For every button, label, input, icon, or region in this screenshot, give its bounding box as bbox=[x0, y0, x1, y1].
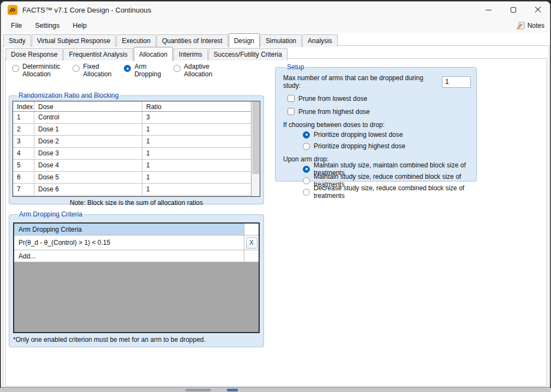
cell-dose[interactable]: Dose 3 bbox=[34, 148, 142, 159]
menu: FileSettingsHelp bbox=[4, 19, 93, 32]
radio-icon bbox=[173, 65, 181, 72]
choose-radio-option[interactable]: Prioritize dropping lowest dose bbox=[303, 129, 471, 140]
cell-index: 3 bbox=[13, 136, 34, 147]
allocation-mode-option[interactable]: Arm Dropping bbox=[124, 63, 161, 79]
cell-ratio[interactable]: 1 bbox=[142, 124, 251, 135]
primary-tab[interactable]: Execution bbox=[116, 34, 156, 47]
primary-tab[interactable]: Quantities of Interest bbox=[157, 34, 228, 47]
desktop-edge bbox=[0, 388, 551, 392]
remove-criterion-button[interactable]: X bbox=[246, 237, 257, 249]
randomization-row: 1 Control 3 bbox=[13, 112, 251, 124]
mode-label-line1: Adaptive bbox=[184, 63, 209, 70]
cell-dose[interactable]: Dose 2 bbox=[34, 136, 142, 147]
criteria-footnote: *Only one enabled criterion must be met … bbox=[13, 336, 260, 343]
mode-label-line1: Fixed bbox=[83, 63, 99, 70]
criteria-empty-area bbox=[14, 262, 259, 332]
maximize-button[interactable] bbox=[501, 2, 525, 18]
title-bar: FACTS™ v7.1 Core Design - Continuous bbox=[1, 2, 550, 18]
minimize-button[interactable] bbox=[476, 2, 501, 18]
primary-tab[interactable]: Study bbox=[3, 34, 31, 47]
cell-ratio[interactable]: 1 bbox=[142, 136, 251, 147]
taskbar-blob bbox=[227, 389, 238, 391]
allocation-mode-option[interactable]: Adaptive Allocation bbox=[173, 63, 212, 79]
notes-button[interactable]: Notes bbox=[517, 21, 544, 29]
cell-dose[interactable]: Control bbox=[34, 112, 142, 123]
prune-option-label: Prune from lowest dose bbox=[298, 95, 367, 102]
window-controls bbox=[476, 2, 550, 18]
randomization-row: 4 Dose 3 1 bbox=[13, 148, 251, 160]
taskbar-blob bbox=[185, 389, 211, 391]
criterion-row: Pr(θ_d - θ_(Control) > 1) < 0.15 X bbox=[14, 236, 259, 250]
cell-dose[interactable]: Dose 4 bbox=[34, 160, 142, 171]
secondary-tab[interactable]: Dose Response bbox=[5, 48, 63, 61]
window-title: FACTS™ v7.1 Core Design - Continuous bbox=[22, 6, 151, 14]
max-arms-row: Max number of arms that can be dropped d… bbox=[283, 74, 471, 89]
add-criterion-row: Add... bbox=[14, 250, 259, 262]
primary-tab[interactable]: Design bbox=[229, 33, 260, 47]
secondary-tab[interactable]: Frequentist Analysis bbox=[63, 48, 133, 61]
column-header-dose: Dose bbox=[34, 101, 142, 111]
column-header-index: Index bbox=[13, 101, 34, 111]
choose-radio-option[interactable]: Prioritize dropping highest dose bbox=[303, 141, 471, 152]
notes-icon bbox=[517, 21, 525, 29]
primary-tab[interactable]: Simulation bbox=[260, 34, 302, 47]
choose-option-label: Prioritize dropping highest dose bbox=[314, 142, 405, 150]
maximize-icon bbox=[511, 7, 516, 13]
radio-icon bbox=[73, 65, 80, 72]
menu-item[interactable]: Settings bbox=[28, 19, 66, 32]
minimize-icon bbox=[486, 10, 492, 10]
randomization-row: 5 Dose 4 1 bbox=[13, 160, 251, 172]
allocation-content: Deterministic Allocation Fixed Allocatio… bbox=[5, 59, 547, 386]
app-window: FACTS™ v7.1 Core Design - Continuous Fil… bbox=[1, 1, 550, 388]
mode-label-line1: Arm bbox=[134, 63, 146, 70]
upon-radio-option[interactable]: Decrease study size, reduce combined blo… bbox=[303, 186, 471, 197]
cell-dose[interactable]: Dose 6 bbox=[34, 184, 142, 195]
menu-item[interactable]: Help bbox=[66, 19, 93, 32]
cell-dose[interactable]: Dose 5 bbox=[34, 172, 142, 183]
secondary-tab[interactable]: Success/Futility Criteria bbox=[208, 48, 288, 61]
primary-tab[interactable]: Analysis bbox=[302, 34, 338, 47]
cell-ratio[interactable]: 1 bbox=[142, 172, 251, 183]
criterion-remove-cell: X bbox=[244, 236, 259, 250]
scrollbar-thumb[interactable] bbox=[253, 102, 259, 174]
allocation-mode-option[interactable]: Fixed Allocation bbox=[73, 63, 111, 79]
radio-icon bbox=[124, 65, 131, 72]
block-size-note: Note: Block size is the sum of allocatio… bbox=[13, 199, 260, 207]
secondary-tab[interactable]: Allocation bbox=[134, 47, 173, 61]
arm-dropping-group: Arm Dropping Criteria Arm Dropping Crite… bbox=[9, 210, 264, 347]
menu-item[interactable]: File bbox=[4, 19, 28, 32]
primary-tab[interactable]: Virtual Subject Response bbox=[32, 34, 116, 47]
criterion-cell[interactable]: Pr(θ_d - θ_(Control) > 1) < 0.15 bbox=[14, 236, 244, 250]
prune-checkbox-option[interactable]: Prune from highest dose bbox=[288, 106, 471, 117]
cell-ratio[interactable]: 1 bbox=[142, 160, 251, 171]
criteria-table-header: Arm Dropping Criteria bbox=[14, 224, 259, 236]
setup-group: Setup Max number of arms that can be dro… bbox=[275, 63, 477, 182]
allocation-mode-option[interactable]: Deterministic Allocation bbox=[12, 63, 60, 79]
radio-icon bbox=[12, 65, 19, 72]
notes-label: Notes bbox=[528, 22, 544, 29]
table-filler bbox=[13, 196, 251, 196]
secondary-tab[interactable]: Interims bbox=[173, 48, 208, 61]
radio-icon bbox=[303, 177, 310, 184]
cell-ratio[interactable]: 1 bbox=[142, 184, 251, 195]
prune-option-label: Prune from highest dose bbox=[298, 108, 370, 116]
cell-dose[interactable]: Dose 1 bbox=[34, 124, 142, 135]
prune-checkbox-option[interactable]: Prune from lowest dose bbox=[288, 93, 471, 104]
cell-index: 1 bbox=[13, 112, 34, 123]
mode-label-line2: Allocation bbox=[22, 70, 51, 78]
add-criterion-spacer bbox=[244, 250, 259, 262]
max-arms-label: Max number of arms that can be dropped d… bbox=[283, 74, 437, 89]
setup-group-title: Setup bbox=[285, 63, 306, 71]
checkbox-icon bbox=[288, 108, 295, 115]
max-arms-input[interactable] bbox=[442, 76, 471, 88]
criteria-header-label: Arm Dropping Criteria bbox=[14, 224, 244, 235]
cell-ratio[interactable]: 3 bbox=[142, 112, 251, 123]
primary-tabs: StudyVirtual Subject ResponseExecutionQu… bbox=[3, 33, 338, 47]
close-button[interactable] bbox=[525, 2, 550, 18]
randomization-row: 2 Dose 1 1 bbox=[13, 124, 251, 136]
arm-dropping-group-title: Arm Dropping Criteria bbox=[17, 210, 85, 218]
cell-ratio[interactable]: 1 bbox=[142, 148, 251, 159]
table-scrollbar[interactable] bbox=[251, 101, 260, 196]
mode-label-line2: Allocation bbox=[83, 70, 111, 78]
add-criterion-cell[interactable]: Add... bbox=[14, 250, 244, 262]
